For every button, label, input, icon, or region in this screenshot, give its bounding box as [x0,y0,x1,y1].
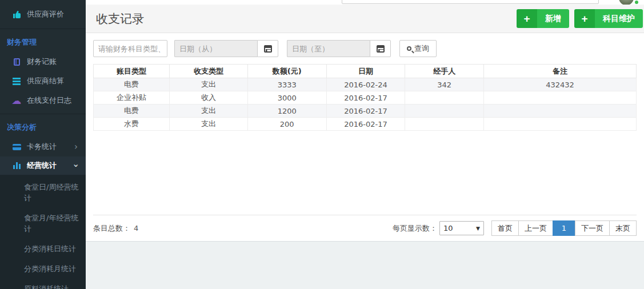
sidebar-item-supplier-settlement[interactable]: 供应商结算 [0,71,86,91]
col-date: 日期 [326,65,405,78]
date-to-input[interactable] [287,40,370,57]
page-size-select[interactable]: 10 ▼ [439,221,484,235]
submenu-item-canteen-daily-weekly[interactable]: 食堂日/周经营统计 [0,177,86,208]
col-amount: 数额(元) [247,65,326,78]
cell [484,91,637,105]
status-dot-icon [635,1,638,4]
search-icon [407,46,411,51]
sidebar: 供应商评价 财务管理 财务记账 供应商结算 ☁ 在线支付日志 决策分析 卡务统计… [0,0,86,289]
sidebar-item-business-statistics[interactable]: 经营统计 › [0,156,86,175]
cell [405,118,484,131]
cell: 支出 [170,118,248,131]
cell [405,105,484,118]
date-from-input[interactable] [174,40,257,57]
calendar-icon [377,45,385,53]
cell: 432432 [484,78,637,91]
subject-maintain-button[interactable]: + 科目维护 [574,9,643,28]
records-table: 账目类型 收支类型 数额(元) 日期 经手人 备注 电费 支出 3333 201… [93,64,637,131]
main-area: 收支记录 + 新增 + 科目维护 [86,0,644,289]
submenu-item-category-daily[interactable]: 分类消耗日统计 [0,239,86,259]
cell [484,105,637,118]
cell: 支出 [170,78,248,91]
sidebar-submenu: 食堂日/周经营统计 食堂月/年经营统计 分类消耗日统计 分类消耗月统计 原料消耗… [0,175,86,289]
sidebar-section-finance: 财务管理 [0,29,86,52]
pagination-page-1[interactable]: 1 [553,220,575,236]
table-row[interactable]: 企业补贴 收入 3000 2016-02-17 [94,91,637,105]
sidebar-item-label: 卡务统计 [27,142,74,152]
add-button-label: 新增 [537,9,569,28]
page-size-value: 10 [443,224,453,232]
col-handler: 经手人 [405,65,484,78]
pagination-first[interactable]: 首页 [491,220,519,236]
list-icon [11,78,22,85]
cell: 支出 [170,105,248,118]
bar-chart-icon [11,162,22,169]
cell: 电费 [94,105,170,118]
sidebar-section-decision-analysis: 决策分析 [0,114,86,137]
sidebar-item-online-payment-log[interactable]: ☁ 在线支付日志 [0,91,86,110]
total-count-value: 4 [134,224,138,232]
avatar[interactable] [619,0,634,5]
chevron-right-icon: › [74,142,78,152]
thumbs-up-icon [11,11,22,18]
cell: 342 [405,78,484,91]
app-window: 供应商评价 财务管理 财务记账 供应商结算 ☁ 在线支付日志 决策分析 卡务统计… [0,0,644,289]
plus-icon: + [574,9,595,28]
sidebar-item-label: 供应商评价 [27,9,86,19]
cell: 收入 [170,91,248,105]
query-button-label: 查询 [414,43,429,54]
content-header: 收支记录 + 新增 + 科目维护 [86,5,644,33]
date-to-group [287,40,391,57]
table-footer: 条目总数： 4 每页显示数： 10 ▼ 首页 上一页 1 下一页 末页 [93,215,637,241]
pagination-next[interactable]: 下一页 [575,220,610,236]
plus-icon: + [517,9,537,28]
cell: 2016-02-17 [326,118,405,131]
query-button[interactable]: 查询 [399,40,437,57]
sidebar-item-label: 经营统计 [27,160,74,171]
submenu-item-canteen-monthly-yearly[interactable]: 食堂月/年经营统计 [0,208,86,239]
pagination-last[interactable]: 末页 [609,220,637,236]
sidebar-item-finance-bookkeeping[interactable]: 财务记账 [0,52,86,71]
col-remark: 备注 [484,65,637,78]
chevron-down-icon: › [71,164,81,167]
cell [484,118,637,131]
page-title: 收支记录 [96,11,144,27]
sidebar-item-label: 在线支付日志 [27,95,86,106]
total-count-label: 条目总数： [93,223,130,234]
page-background [86,241,644,289]
table-row[interactable]: 电费 支出 3333 2016-02-24 342 432432 [94,78,637,91]
cell: 1200 [247,105,326,118]
calendar-icon-button[interactable] [370,40,391,57]
page-size-label: 每页显示数： [393,223,437,234]
table-header-row: 账目类型 收支类型 数额(元) 日期 经手人 备注 [94,65,637,78]
cell: 2016-02-17 [326,91,405,105]
cell: 电费 [94,78,170,91]
filter-bar: 查询 [93,40,637,57]
cell: 水费 [94,118,170,131]
header-actions: + 新增 + 科目维护 [517,9,643,28]
sidebar-item-card-statistics[interactable]: 卡务统计 › [0,137,86,156]
calendar-icon-button[interactable] [257,40,278,57]
sidebar-item-supplier-evaluation[interactable]: 供应商评价 [0,0,86,25]
add-button[interactable]: + 新增 [517,9,569,28]
table-row[interactable]: 电费 支出 1200 2016-02-17 [94,105,637,118]
topbar-search-input[interactable] [342,0,599,4]
keyword-input[interactable] [93,40,167,57]
cell: 2016-02-17 [326,105,405,118]
cell: 2016-02-24 [326,78,405,91]
table-row[interactable]: 水费 支出 200 2016-02-17 [94,118,637,131]
credit-card-icon [11,144,22,150]
date-from-group [174,40,278,57]
select-arrow-icon: ▼ [476,226,480,231]
sidebar-item-label: 供应商结算 [27,76,86,86]
pagination-prev[interactable]: 上一页 [518,220,553,236]
cell: 3333 [247,78,326,91]
subject-maintain-label: 科目维护 [595,9,643,28]
sidebar-item-label: 财务记账 [27,57,86,67]
submenu-item-raw-material[interactable]: 原料消耗统计 [0,279,86,289]
submenu-item-category-monthly[interactable]: 分类消耗月统计 [0,259,86,279]
pagination: 首页 上一页 1 下一页 末页 [492,220,637,236]
cell: 企业补贴 [94,91,170,105]
col-account-type: 账目类型 [94,65,170,78]
cloud-icon: ☁ [11,97,22,105]
